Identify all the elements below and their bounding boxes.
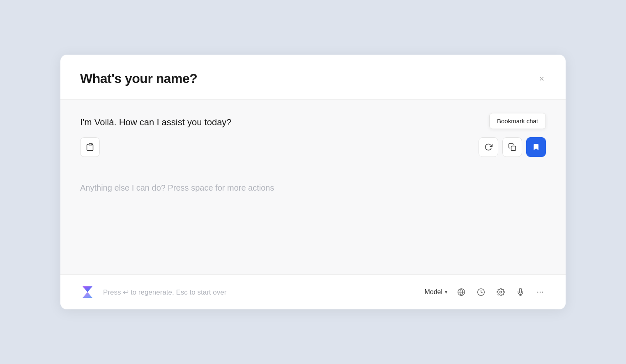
chat-message-area: I'm Voilà. How can I assist you today? B… [80,116,546,157]
copy-icon [508,143,516,151]
model-selector[interactable]: Model ▾ [424,288,447,296]
svg-point-8 [500,291,502,293]
modal-footer: Press ↩ to regenerate, Esc to start over… [60,274,566,309]
svg-rect-2 [511,146,516,150]
svg-point-11 [537,292,539,293]
bookmark-tooltip: Bookmark chat [489,113,546,129]
footer-controls: Model ▾ [424,286,546,298]
footer-hint: Press ↩ to regenerate, Esc to start over [103,288,416,297]
input-area: Anything else I can do? Press space for … [80,170,546,196]
globe-icon [457,288,465,296]
clipboard-icon [86,143,94,151]
close-button[interactable]: × [537,73,546,85]
gear-icon [497,288,505,296]
message-actions [80,137,546,157]
svg-point-12 [540,292,541,293]
voila-logo [80,285,95,299]
duplicate-button[interactable] [502,137,522,157]
clock-icon [477,288,485,296]
more-options-button[interactable] [534,286,546,298]
chevron-down-icon: ▾ [445,289,447,295]
modal-body: I'm Voilà. How can I assist you today? B… [60,100,566,274]
svg-marker-3 [83,286,92,292]
globe-button[interactable] [456,286,467,298]
main-modal: What's your name? × I'm Voilà. How can I… [60,55,566,309]
refresh-button[interactable] [479,137,498,157]
microphone-icon [516,288,525,296]
svg-marker-4 [83,292,92,298]
input-placeholder: Anything else I can do? Press space for … [80,183,546,193]
refresh-icon [484,143,493,151]
assistant-message: I'm Voilà. How can I assist you today? [80,116,546,129]
bookmark-icon [532,143,540,151]
modal-title: What's your name? [80,71,197,86]
model-label: Model [424,288,442,296]
bookmark-button[interactable] [526,137,546,157]
copy-button[interactable] [80,137,100,157]
microphone-button[interactable] [515,286,526,298]
settings-button[interactable] [495,286,506,298]
right-actions [479,137,546,157]
more-dots-icon [536,288,544,296]
svg-point-13 [542,292,543,293]
modal-header: What's your name? × [60,55,566,100]
history-button[interactable] [475,286,487,298]
